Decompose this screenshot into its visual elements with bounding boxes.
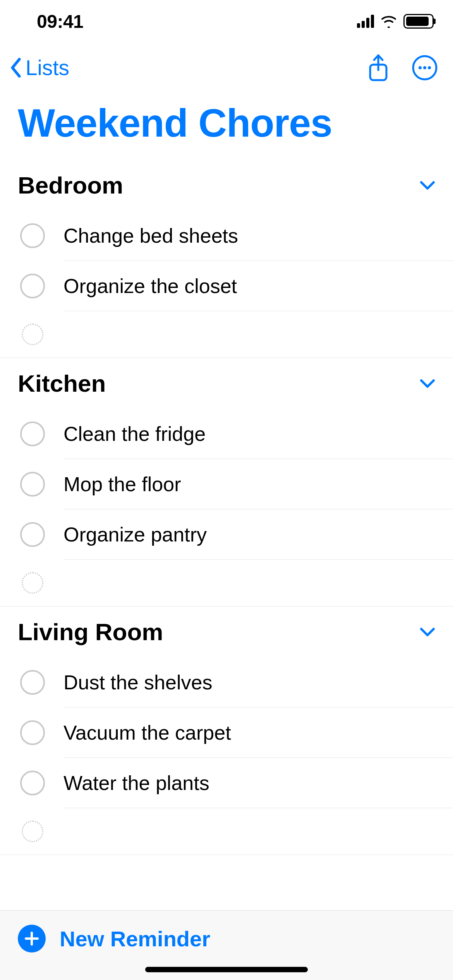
back-label: Lists <box>26 55 69 80</box>
list-item[interactable]: Organize pantry <box>0 509 453 560</box>
item-label: Organize pantry <box>63 523 207 546</box>
checkbox-circle[interactable] <box>20 274 45 298</box>
more-icon[interactable] <box>412 55 438 81</box>
checkbox-circle[interactable] <box>20 670 45 695</box>
chevron-down-icon <box>420 379 435 388</box>
item-content: Dust the shelves <box>63 657 453 708</box>
item-label: Vacuum the carpet <box>63 721 231 744</box>
section-title: Living Room <box>18 618 163 646</box>
section: Living RoomDust the shelvesVacuum the ca… <box>0 607 453 855</box>
item-content: Organize the closet <box>63 261 453 311</box>
checkbox-circle[interactable] <box>20 720 45 745</box>
item-content <box>62 311 453 358</box>
item-label: Dust the shelves <box>63 671 212 694</box>
list-item[interactable]: Mop the floor <box>0 459 453 509</box>
share-icon[interactable] <box>368 54 389 82</box>
item-content: Clean the fridge <box>63 409 453 459</box>
list-item[interactable]: Vacuum the carpet <box>0 708 453 758</box>
wifi-icon <box>380 15 397 28</box>
checkbox-circle[interactable] <box>20 771 45 795</box>
checkbox-circle[interactable] <box>20 421 45 446</box>
item-content: Change bed sheets <box>63 211 453 261</box>
item-label: Water the plants <box>63 771 209 795</box>
home-indicator[interactable] <box>145 967 308 972</box>
item-label: Change bed sheets <box>63 224 238 247</box>
status-icons <box>357 14 434 29</box>
list-item[interactable]: Dust the shelves <box>0 657 453 708</box>
placeholder-circle-icon <box>22 324 43 345</box>
status-time: 09:41 <box>37 11 83 32</box>
item-content: Mop the floor <box>63 459 453 509</box>
chevron-left-icon <box>10 58 22 78</box>
list-item[interactable]: Change bed sheets <box>0 211 453 261</box>
plus-icon <box>18 925 46 953</box>
section-title: Bedroom <box>18 171 123 199</box>
page-title: Weekend Chores <box>0 93 453 160</box>
placeholder-circle-icon <box>22 572 43 594</box>
item-label: Clean the fridge <box>63 422 206 445</box>
checkbox-circle[interactable] <box>20 223 45 248</box>
item-content: Organize pantry <box>63 509 453 560</box>
checkbox-circle[interactable] <box>20 522 45 547</box>
placeholder-circle-icon <box>22 821 43 842</box>
battery-icon <box>403 14 434 29</box>
section-header[interactable]: Kitchen <box>0 358 453 409</box>
new-reminder-button[interactable]: New Reminder <box>18 925 210 953</box>
chevron-down-icon <box>420 181 435 190</box>
svg-point-3 <box>419 66 422 69</box>
chevron-down-icon <box>420 627 435 637</box>
status-bar: 09:41 <box>0 0 453 43</box>
section: KitchenClean the fridgeMop the floorOrga… <box>0 358 453 607</box>
add-item-placeholder[interactable] <box>0 560 453 606</box>
add-item-placeholder[interactable] <box>0 808 453 855</box>
item-label: Mop the floor <box>63 473 181 496</box>
cellular-icon <box>357 15 374 28</box>
list-item[interactable]: Organize the closet <box>0 261 453 311</box>
list-item[interactable]: Water the plants <box>0 758 453 808</box>
svg-point-4 <box>423 66 426 69</box>
item-label: Organize the closet <box>63 274 237 298</box>
svg-point-5 <box>428 66 431 69</box>
add-item-placeholder[interactable] <box>0 311 453 358</box>
item-content <box>62 560 453 606</box>
checkbox-circle[interactable] <box>20 472 45 497</box>
new-reminder-label: New Reminder <box>60 926 210 951</box>
section-header[interactable]: Living Room <box>0 607 453 657</box>
item-content: Vacuum the carpet <box>63 708 453 758</box>
section: BedroomChange bed sheetsOrganize the clo… <box>0 160 453 358</box>
back-button[interactable]: Lists <box>10 55 69 80</box>
item-content: Water the plants <box>63 758 453 808</box>
list-item[interactable]: Clean the fridge <box>0 409 453 459</box>
item-content <box>62 808 453 855</box>
nav-bar: Lists <box>0 43 453 93</box>
content: Weekend Chores BedroomChange bed sheetsO… <box>0 93 453 910</box>
section-title: Kitchen <box>18 370 106 397</box>
section-header[interactable]: Bedroom <box>0 160 453 211</box>
